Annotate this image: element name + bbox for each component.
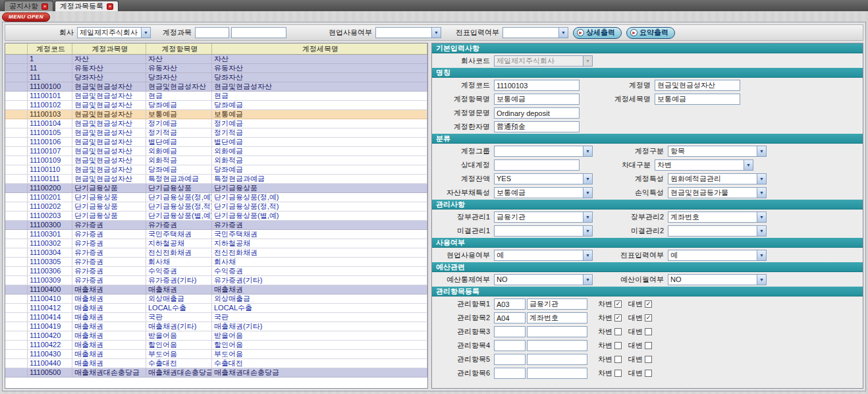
row-selector[interactable] (5, 101, 28, 109)
company-code-select[interactable]: 제일제지주식회사▼ (494, 55, 593, 67)
mgmt-item6-name-input[interactable] (527, 368, 587, 379)
row-selector[interactable] (5, 73, 28, 82)
table-row[interactable]: 11100107현금및현금성자산외화예금외화예금 (5, 147, 427, 156)
mgmt-item4-code-input[interactable] (494, 340, 526, 351)
row-selector[interactable] (5, 341, 28, 349)
tab-notice[interactable]: 공지사항 × (4, 1, 53, 11)
account-code-filter-input[interactable] (195, 27, 229, 38)
row-selector[interactable] (5, 55, 28, 63)
row-selector[interactable] (5, 147, 28, 155)
table-row[interactable]: 11100102현금및현금성자산당좌예금당좌예금 (5, 101, 427, 110)
mgmt-item3-debit-checkbox[interactable] (614, 328, 622, 335)
mgmt-item1-debit-checkbox[interactable]: ✓ (614, 300, 622, 308)
table-row[interactable]: 11100300유가증권유가증권유가증권 (5, 221, 427, 230)
mgmt-item2-credit-checkbox[interactable]: ✓ (645, 314, 652, 322)
table-row[interactable]: 11100422매출채권할인어음할인어음 (5, 341, 427, 350)
account-code-input[interactable] (494, 80, 580, 91)
row-selector[interactable] (5, 285, 28, 294)
mgmt-item2-debit-checkbox[interactable]: ✓ (614, 314, 622, 322)
row-selector[interactable] (5, 313, 28, 322)
row-selector[interactable] (5, 304, 28, 312)
table-row[interactable]: 11100111현금및현금성자산특정현금과예금특정현금과예금 (5, 175, 427, 184)
table-row[interactable]: 11100410매출채권외상매출금외상매출금 (5, 295, 427, 304)
row-selector[interactable] (5, 138, 28, 146)
mgmt-item6-credit-checkbox[interactable] (645, 370, 652, 377)
mgmt-item4-debit-checkbox[interactable] (614, 342, 622, 349)
mgmt-item1-credit-checkbox[interactable]: ✓ (645, 300, 652, 308)
mgmt-item3-code-input[interactable] (494, 326, 526, 337)
row-selector[interactable] (5, 267, 28, 275)
table-row[interactable]: 11100414매출채권국판국판 (5, 313, 427, 322)
table-row[interactable]: 11100101현금및현금성자산현금현금 (5, 92, 427, 101)
account-balance-select[interactable]: YES▼ (494, 173, 593, 184)
table-row[interactable]: 11100430매출채권부도어음부도어음 (5, 350, 427, 359)
table-row[interactable]: 11100201단기금융상품단기금융상품(정,예)단기금융상품(정,예) (5, 193, 427, 202)
row-selector[interactable] (5, 248, 28, 257)
account-chinese-name-input[interactable] (494, 121, 580, 132)
asset-liability-attr-select[interactable]: 보통예금▼ (494, 187, 593, 198)
usage-filter-select[interactable]: ▼ (375, 27, 441, 38)
account-detail-name-input[interactable] (655, 94, 740, 105)
counter-account-input[interactable] (494, 159, 580, 171)
table-row[interactable]: 11100200단기금융상품단기금융상품단기금융상품 (5, 184, 427, 193)
mgmt-item4-name-input[interactable] (527, 340, 587, 351)
row-selector[interactable] (5, 295, 28, 303)
mgmt-item4-credit-checkbox[interactable] (645, 342, 652, 349)
summary-print-button[interactable]: ▸ 요약출력 (626, 27, 675, 39)
row-selector[interactable] (5, 211, 28, 220)
table-row[interactable]: 11100500매출채권대손충당금매출채권대손충당금매출채권대손충당금 (5, 368, 427, 378)
row-selector[interactable] (5, 119, 28, 128)
mgmt-item1-code-input[interactable] (494, 298, 526, 310)
table-row[interactable]: 11100400매출채권매출채권매출채권 (5, 285, 427, 295)
mgmt-item2-name-input[interactable] (527, 312, 587, 324)
mgmt-item2-code-input[interactable] (494, 312, 526, 324)
row-selector[interactable] (5, 165, 28, 174)
row-selector[interactable] (5, 368, 28, 377)
table-row[interactable]: 11100305유가증권회사채회사채 (5, 258, 427, 267)
row-selector[interactable] (5, 64, 28, 72)
row-selector[interactable] (5, 359, 28, 368)
table-row[interactable]: 11100109현금및현금성자산외화적금외화적금 (5, 156, 427, 165)
account-group-select[interactable]: ▼ (494, 146, 593, 157)
row-selector[interactable] (5, 128, 28, 137)
table-row[interactable]: 11100420매출채권받을어음받을어음 (5, 331, 427, 341)
pending-mgmt1-select[interactable]: ▼ (494, 225, 593, 237)
table-row[interactable]: 111당좌자산당좌자산당좌자산 (5, 73, 427, 82)
row-selector[interactable] (5, 175, 28, 183)
row-selector[interactable] (5, 350, 28, 358)
table-row[interactable]: 11100419매출채권매출채권(기타)매출채권(기타) (5, 322, 427, 331)
table-row[interactable]: 11100203단기금융상품단기금융상품(별,예)단기금융상품(별,예) (5, 211, 427, 221)
table-row[interactable]: 11100103현금및현금성자산보통예금보통예금 (5, 110, 427, 119)
table-row[interactable]: 11100306유가증권수익증권수익증권 (5, 267, 427, 276)
mgmt-item5-code-input[interactable] (494, 354, 526, 365)
table-row[interactable]: 11100104현금및현금성자산정기예금정기예금 (5, 119, 427, 128)
tab-account-registration[interactable]: 계정과목등록 × (55, 1, 119, 11)
close-icon[interactable]: × (41, 3, 48, 10)
account-name-input[interactable] (655, 80, 740, 91)
account-item-name-input[interactable] (494, 94, 580, 105)
account-attribute-select[interactable]: 원화예적금관리▼ (668, 173, 767, 184)
row-selector[interactable] (5, 202, 28, 211)
row-selector[interactable] (5, 92, 28, 100)
mgmt-item6-code-input[interactable] (494, 368, 526, 379)
table-row[interactable]: 11100106현금및현금성자산별단예금별단예금 (5, 138, 427, 147)
mgmt-item5-debit-checkbox[interactable] (614, 356, 622, 363)
pending-mgmt2-select[interactable]: ▼ (668, 225, 767, 237)
table-row[interactable]: 11100309유가증권유가증권(기타)유가증권(기타) (5, 276, 427, 285)
table-row[interactable]: 11100301유가증권국민주택채권국민주택채권 (5, 230, 427, 239)
profit-loss-attr-select[interactable]: 현금및현금등가물▼ (668, 187, 767, 198)
mgmt-item5-name-input[interactable] (527, 354, 587, 365)
company-select[interactable]: 제일제지주식회사 ▼ (77, 27, 151, 38)
mgmt-item3-name-input[interactable] (527, 326, 587, 337)
account-name-filter-input[interactable] (231, 27, 286, 38)
row-selector[interactable] (5, 322, 28, 331)
row-selector[interactable] (5, 239, 28, 248)
mgmt-item3-credit-checkbox[interactable] (645, 328, 652, 335)
row-selector[interactable] (5, 221, 28, 229)
table-row[interactable]: 11100304유가증권전신전화채권전신전화채권 (5, 248, 427, 258)
row-selector[interactable] (5, 331, 28, 340)
table-row[interactable]: 11100412매출채권LOCAL수출LOCAL수출 (5, 304, 427, 313)
row-selector[interactable] (5, 258, 28, 266)
budget-control-select[interactable]: NO▼ (494, 274, 593, 285)
slip-filter-select[interactable]: ▼ (502, 27, 568, 38)
